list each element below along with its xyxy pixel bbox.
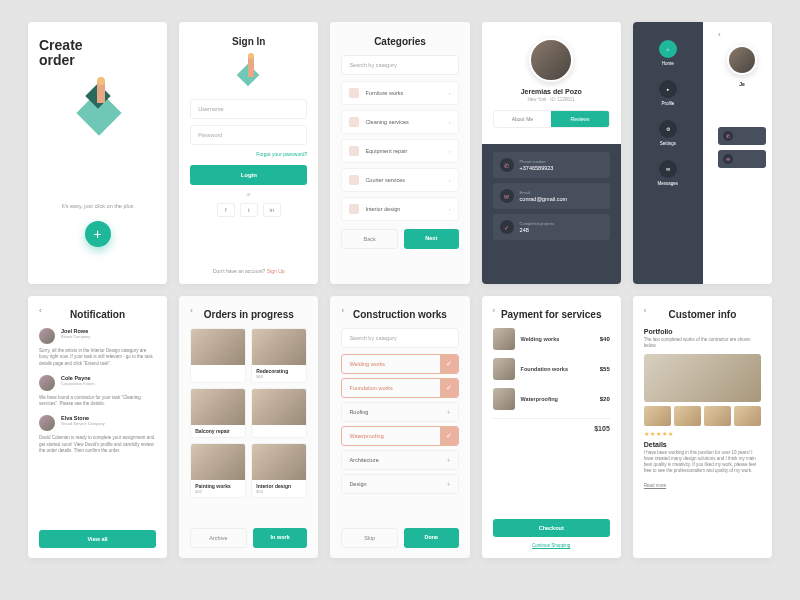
- search-input[interactable]: Search by category: [341, 55, 458, 75]
- gear-icon: ⚙: [659, 120, 677, 138]
- pay-item: Welding works$40: [493, 328, 610, 350]
- back-icon[interactable]: ‹: [718, 30, 766, 39]
- category-icon: [349, 175, 359, 185]
- next-button[interactable]: Next: [404, 229, 459, 249]
- phone-icon: ✆: [723, 131, 733, 141]
- tile-image: [252, 389, 306, 425]
- category-row[interactable]: Courier services›: [341, 168, 458, 192]
- order-tile[interactable]: Balcony repair: [190, 388, 246, 438]
- check-icon: ✓: [440, 355, 458, 373]
- menu-home[interactable]: ⌂Home: [659, 40, 677, 66]
- order-tile[interactable]: [251, 388, 307, 438]
- tab-about[interactable]: About Me: [494, 111, 552, 127]
- category-row[interactable]: Equipment repair›: [341, 139, 458, 163]
- facebook-icon[interactable]: f: [217, 203, 235, 217]
- skip-button[interactable]: Skip: [341, 528, 398, 548]
- work-option[interactable]: Architecture+: [341, 450, 458, 470]
- category-row[interactable]: Interior design›: [341, 197, 458, 221]
- screen-categories: Categories Search by category Furniture …: [330, 22, 469, 284]
- side-menu: ⌂Home ●Profile ⚙Settings ✉Messages: [633, 22, 703, 284]
- password-field[interactable]: Password: [190, 125, 307, 145]
- page-title: Construction works: [341, 309, 458, 320]
- profile-icon: ●: [659, 80, 677, 98]
- screen-profile: Jeremias del Pozo New York · ID: 1120611…: [482, 22, 621, 284]
- checkout-button[interactable]: Checkout: [493, 519, 610, 537]
- pay-item: Foundation works$55: [493, 358, 610, 380]
- screen-notifications: ‹ Notification Joel RoweBitrow CompanySo…: [28, 296, 167, 558]
- screen-menu: ⌂Home ●Profile ⚙Settings ✉Messages ‹ Je …: [633, 22, 772, 284]
- work-option[interactable]: Roofing+: [341, 402, 458, 422]
- portfolio-hero: [644, 354, 761, 402]
- page-title: Sign In: [190, 36, 307, 47]
- twitter-icon[interactable]: t: [240, 203, 258, 217]
- portfolio-sub: The last completed works of the contract…: [644, 337, 761, 350]
- thumbnails[interactable]: [644, 406, 761, 426]
- avatar: [39, 375, 55, 391]
- tab-reviews[interactable]: Reviews: [551, 111, 609, 127]
- order-tile[interactable]: Interior design$54: [251, 443, 307, 498]
- item-image: [493, 328, 515, 350]
- avatar: [727, 45, 757, 75]
- tile-image: [191, 444, 245, 480]
- hero-illustration: [69, 79, 127, 137]
- category-row[interactable]: Furniture works›: [341, 81, 458, 105]
- avatar: [529, 38, 573, 82]
- category-row[interactable]: Cleaning services›: [341, 110, 458, 134]
- notification-item[interactable]: Cole PayneCorporation Kraton: [39, 375, 156, 391]
- login-button[interactable]: Login: [190, 165, 307, 185]
- chevron-right-icon: ›: [449, 119, 451, 125]
- archive-button[interactable]: Archive: [190, 528, 247, 548]
- notification-item[interactable]: Joel RoweBitrow Company: [39, 328, 156, 344]
- logo-icon: [234, 55, 264, 89]
- page-title: Notification: [39, 309, 156, 320]
- page-title: Orders in progress: [190, 309, 307, 320]
- signup-link[interactable]: Sign Up: [267, 268, 285, 274]
- user-meta: New York · ID: 1120611: [493, 97, 610, 102]
- home-icon: ⌂: [659, 40, 677, 58]
- search-input[interactable]: Search by category: [341, 328, 458, 348]
- profile-panel: ‹ Je ✆ ✉: [712, 22, 772, 284]
- avatar: [39, 415, 55, 431]
- chevron-right-icon: ›: [449, 206, 451, 212]
- work-option[interactable]: Welding works✓: [341, 354, 458, 374]
- read-more-link[interactable]: Read more: [644, 483, 761, 488]
- pay-item: Waterproofing$20: [493, 388, 610, 410]
- screen-signin: Sign In Username Password Forgot your pa…: [179, 22, 318, 284]
- linkedin-icon[interactable]: in: [263, 203, 281, 217]
- signup-prompt: Don't have an account? Sign Up: [179, 268, 318, 274]
- inwork-button[interactable]: In work: [253, 528, 308, 548]
- mail-icon: ✉: [659, 160, 677, 178]
- screen-customer: ‹ Customer info Portfolio The last compl…: [633, 296, 772, 558]
- add-button[interactable]: +: [85, 221, 111, 247]
- section-portfolio: Portfolio: [644, 328, 761, 335]
- back-button[interactable]: Back: [341, 229, 398, 249]
- menu-settings[interactable]: ⚙Settings: [659, 120, 677, 146]
- username-field[interactable]: Username: [190, 99, 307, 119]
- category-icon: [349, 146, 359, 156]
- menu-messages[interactable]: ✉Messages: [658, 160, 679, 186]
- divider: or: [190, 191, 307, 197]
- page-title: Create order: [39, 38, 156, 69]
- forgot-link[interactable]: Forgot your password?: [190, 151, 307, 157]
- chevron-right-icon: ›: [449, 148, 451, 154]
- rating-stars: ★★★★★: [644, 430, 761, 437]
- category-icon: [349, 117, 359, 127]
- continue-link[interactable]: Continue Shopping: [493, 543, 610, 548]
- order-tile[interactable]: Painting works$42: [190, 443, 246, 498]
- plus-icon: +: [440, 451, 458, 469]
- info-projects: ✓Completed projects248: [493, 214, 610, 240]
- page-title: Customer info: [644, 309, 761, 320]
- work-option[interactable]: Foundation works✓: [341, 378, 458, 398]
- phone-icon: ✆: [500, 158, 514, 172]
- subtitle: It's easy, just click on the plus: [39, 203, 156, 209]
- page-title: Categories: [341, 36, 458, 47]
- order-tile[interactable]: [190, 328, 246, 383]
- work-option[interactable]: Waterproofing✓: [341, 426, 458, 446]
- total-row: $105: [493, 418, 610, 432]
- menu-profile[interactable]: ●Profile: [659, 80, 677, 106]
- notification-item[interactable]: Elva StoneGrand Service Company: [39, 415, 156, 431]
- order-tile[interactable]: Redecorating$60: [251, 328, 307, 383]
- work-option[interactable]: Design+: [341, 474, 458, 494]
- view-all-button[interactable]: View all: [39, 530, 156, 548]
- done-button[interactable]: Done: [404, 528, 459, 548]
